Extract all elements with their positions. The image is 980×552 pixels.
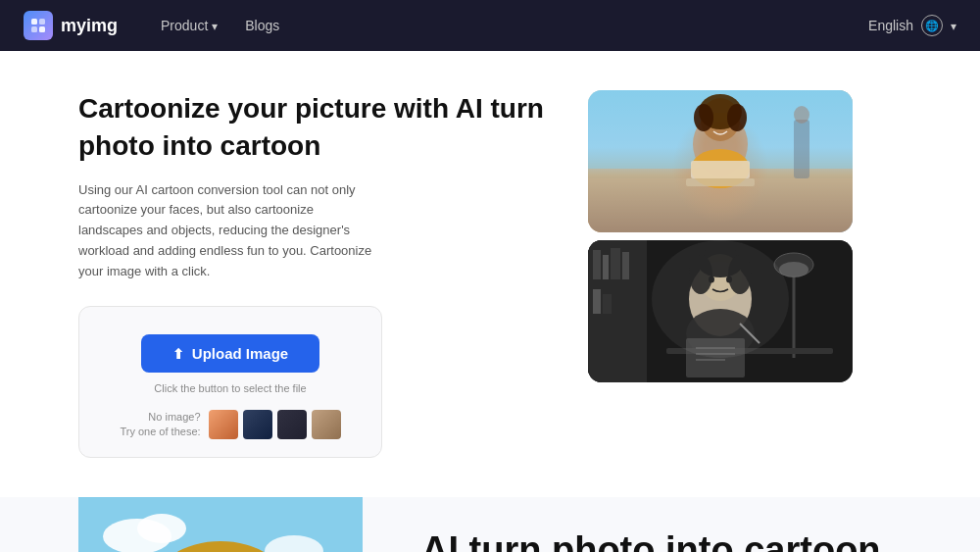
brand-icon <box>24 11 53 40</box>
svg-point-10 <box>727 104 747 131</box>
sample-label: No image? Try one of these: <box>120 410 200 440</box>
svg-rect-14 <box>794 120 809 178</box>
nav-item-product[interactable]: Product <box>149 12 229 39</box>
svg-point-9 <box>694 104 713 131</box>
svg-rect-26 <box>603 294 612 314</box>
section2-title: AI turn photo into cartoon with one Clic… <box>421 528 902 552</box>
hero-section: Cartoonize your picture with AI turn pho… <box>0 51 980 497</box>
svg-rect-12 <box>686 178 755 186</box>
svg-point-44 <box>137 514 186 543</box>
hero-image-top <box>588 90 853 232</box>
hero-image-bottom <box>588 240 853 382</box>
svg-point-41 <box>652 240 789 358</box>
sample-image-3[interactable] <box>277 410 307 439</box>
svg-rect-23 <box>611 248 620 279</box>
svg-rect-24 <box>622 252 629 279</box>
brand-logo[interactable]: myimg <box>24 11 118 40</box>
hero-img-svg-bottom <box>588 240 853 382</box>
svg-rect-3 <box>39 26 45 32</box>
svg-rect-1 <box>39 19 45 25</box>
section2-text: AI turn photo into cartoon with one Clic… <box>421 497 902 552</box>
svg-point-15 <box>794 106 809 124</box>
upload-hint: Click the button to select the file <box>99 382 362 394</box>
sample-image-1[interactable] <box>209 410 238 439</box>
hero-title: Cartoonize your picture with AI turn pho… <box>78 90 549 165</box>
sample-image-2[interactable] <box>243 410 272 439</box>
language-label: English <box>868 18 913 33</box>
svg-rect-25 <box>593 289 601 314</box>
hero-images <box>588 90 853 382</box>
upload-icon <box>172 345 184 362</box>
svg-point-19 <box>779 262 808 277</box>
svg-rect-13 <box>691 161 750 178</box>
lang-chevron-icon <box>951 18 956 33</box>
svg-rect-2 <box>31 26 37 32</box>
upload-image-button[interactable]: Upload Image <box>141 334 319 373</box>
globe-icon: 🌐 <box>921 15 943 36</box>
hero-left: Cartoonize your picture with AI turn pho… <box>78 90 549 458</box>
svg-rect-0 <box>31 19 37 25</box>
sample-images <box>209 410 341 439</box>
sample-image-4[interactable] <box>312 410 341 439</box>
chevron-down-icon <box>212 18 218 33</box>
navbar-nav: Product Blogs <box>149 12 291 39</box>
sample-row: No image? Try one of these: <box>99 410 362 440</box>
svg-rect-22 <box>603 255 609 279</box>
language-selector[interactable]: English 🌐 <box>868 15 956 36</box>
nav-item-blogs[interactable]: Blogs <box>233 12 291 39</box>
navbar: myimg Product Blogs English 🌐 <box>0 0 980 51</box>
hero-img-svg-top <box>588 90 853 232</box>
svg-rect-21 <box>593 250 601 279</box>
section2: AI turn photo into cartoon with one Clic… <box>0 497 980 552</box>
upload-area: Upload Image Click the button to select … <box>78 306 382 459</box>
section2-svg <box>78 497 363 552</box>
section2-image <box>78 497 363 552</box>
brand-name: myimg <box>61 16 118 36</box>
hero-description: Using our AI cartoon conversion tool can… <box>78 180 372 282</box>
